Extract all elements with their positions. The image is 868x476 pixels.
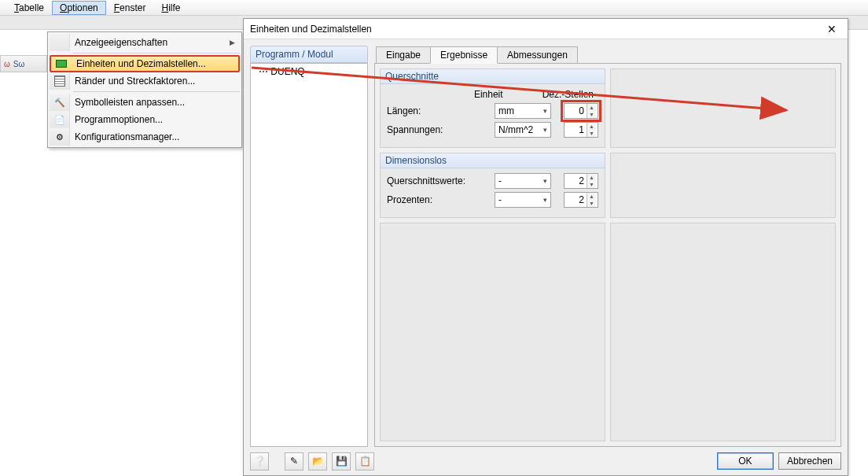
spinner-up-icon[interactable]: ▲ xyxy=(587,193,596,200)
folder-icon: 📂 xyxy=(312,456,324,467)
menu-separator xyxy=(73,91,240,92)
menu-item-einheiten[interactable]: Einheiten und Dezimalstellen... xyxy=(50,55,240,72)
tree-item-duenq[interactable]: ⋯ DUENQ xyxy=(254,65,364,78)
programm-modul-header: Programm / Modul xyxy=(250,46,368,63)
omega-icon[interactable]: ω xyxy=(4,60,10,68)
dialog-title: Einheiten und Dezimalstellen xyxy=(250,24,816,35)
col-dez-stellen: Dez.-Stellen xyxy=(542,89,594,100)
label-querschnittswerte: Querschnittswerte: xyxy=(387,175,495,186)
dez-spinner-prozenten[interactable]: 2 ▲▼ xyxy=(564,192,598,208)
empty-box-2 xyxy=(610,153,836,218)
unit-select-querschnittswerte[interactable]: - ▾ xyxy=(495,173,551,189)
spinner-down-icon[interactable]: ▼ xyxy=(587,111,596,118)
group-dimensionslos: Dimensionslos Querschnittswerte: - ▾ 2 ▲… xyxy=(380,153,605,218)
menu-item-programmoptionen[interactable]: 📄 Programmoptionen... xyxy=(50,111,240,128)
spinner-up-icon[interactable]: ▲ xyxy=(587,104,596,111)
optionen-dropdown: Anzeigeeigenschaften ▶ Einheiten und Dez… xyxy=(47,31,242,148)
floppy-icon: 💾 xyxy=(336,456,348,467)
unit-select-spannungen[interactable]: N/mm^2 ▾ xyxy=(495,122,551,138)
menu-item-symbolleisten[interactable]: 🔨 Symbolleisten anpassen... xyxy=(50,94,240,111)
grid-icon xyxy=(54,76,65,87)
cancel-button[interactable]: Abbrechen xyxy=(778,452,841,470)
tab-abmessungen[interactable]: Abmessungen xyxy=(497,46,578,64)
gears-icon: ⚙ xyxy=(53,131,66,143)
spinner-up-icon[interactable]: ▲ xyxy=(587,123,596,130)
dez-spinner-spannungen[interactable]: 1 ▲▼ xyxy=(564,122,598,138)
menu-tabelle[interactable]: Tabelle xyxy=(6,1,52,15)
open-button[interactable]: 📂 xyxy=(308,452,327,470)
mini-toolbar: ω Sω xyxy=(0,55,47,72)
group-querschnitte: Querschnitte Einheit Dez.-Stellen Längen… xyxy=(380,68,605,148)
spinner-down-icon[interactable]: ▼ xyxy=(587,200,596,207)
edit-icon: ✎ xyxy=(290,456,298,467)
chevron-down-icon: ▾ xyxy=(543,126,547,134)
tabs: Eingabe Ergebnisse Abmessungen xyxy=(374,46,841,63)
close-icon[interactable]: ✕ xyxy=(816,23,848,35)
label-laengen: Längen: xyxy=(387,105,495,116)
chevron-down-icon: ▾ xyxy=(543,107,547,115)
label-prozenten: Prozenten: xyxy=(387,194,495,205)
ruler-icon xyxy=(56,60,67,68)
dez-spinner-querschnittswerte[interactable]: 2 ▲▼ xyxy=(564,173,598,189)
chevron-down-icon: ▾ xyxy=(543,196,547,204)
s-omega-icon[interactable]: Sω xyxy=(13,60,24,68)
menu-separator xyxy=(73,53,240,54)
hammer-icon: 🔨 xyxy=(53,96,66,109)
copy-icon: 📋 xyxy=(359,456,371,467)
help-icon: ❔ xyxy=(254,456,266,467)
save-button[interactable]: 💾 xyxy=(332,452,351,470)
empty-box-4 xyxy=(610,223,836,441)
spinner-down-icon[interactable]: ▼ xyxy=(587,181,596,188)
menu-item-raender[interactable]: Ränder und Streckfaktoren... xyxy=(50,72,240,90)
spinner-up-icon[interactable]: ▲ xyxy=(587,174,596,181)
menu-fenster[interactable]: Fenster xyxy=(106,1,154,15)
dez-spinner-laengen[interactable]: 0 ▲▼ xyxy=(564,103,598,119)
menu-item-anzeigeeigenschaften[interactable]: Anzeigeeigenschaften ▶ xyxy=(50,34,240,51)
menubar: Tabelle Optionen Fenster Hilfe xyxy=(0,0,868,16)
blank-icon xyxy=(53,36,66,49)
tab-ergebnisse[interactable]: Ergebnisse xyxy=(430,46,498,64)
empty-box-3 xyxy=(380,223,605,441)
unit-select-laengen[interactable]: mm ▾ xyxy=(495,103,551,119)
chevron-down-icon: ▾ xyxy=(543,177,547,185)
spinner-down-icon[interactable]: ▼ xyxy=(587,130,596,137)
copy-button[interactable]: 📋 xyxy=(355,452,374,470)
einheiten-dialog: Einheiten und Dezimalstellen ✕ Programm … xyxy=(243,18,848,476)
tab-eingabe[interactable]: Eingabe xyxy=(376,46,431,64)
col-einheit: Einheit xyxy=(474,89,503,100)
help-button[interactable]: ❔ xyxy=(250,452,269,470)
gear-doc-icon: 📄 xyxy=(53,113,66,126)
menu-hilfe[interactable]: Hilfe xyxy=(153,1,188,15)
label-spannungen: Spannungen: xyxy=(387,124,495,135)
menu-optionen[interactable]: Optionen xyxy=(52,1,106,15)
empty-box-1 xyxy=(610,68,836,148)
menu-item-konfigurationsmanager[interactable]: ⚙ Konfigurationsmanager... xyxy=(50,128,240,146)
submenu-arrow-icon: ▶ xyxy=(230,39,235,46)
ok-button[interactable]: OK xyxy=(717,452,774,470)
dialog-button-row: ❔ ✎ 📂 💾 📋 OK Abbrechen xyxy=(244,447,848,475)
edit-button[interactable]: ✎ xyxy=(285,452,303,470)
module-tree[interactable]: ⋯ DUENQ xyxy=(250,63,368,447)
unit-select-prozenten[interactable]: - ▾ xyxy=(495,192,551,208)
dialog-titlebar: Einheiten und Dezimalstellen ✕ xyxy=(244,19,848,39)
